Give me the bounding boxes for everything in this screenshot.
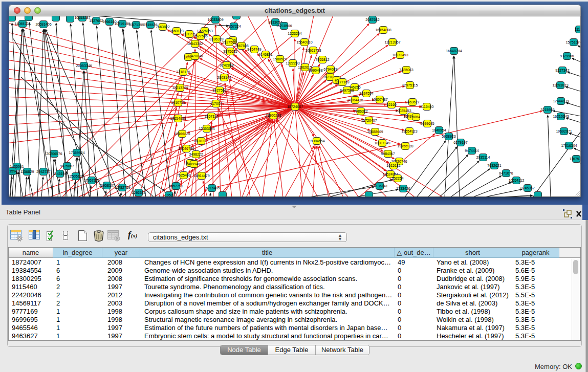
svg-text:3215953: 3215953 <box>540 108 554 112</box>
svg-text:2803144: 2803144 <box>217 76 231 79</box>
svg-text:2942737: 2942737 <box>36 170 50 173</box>
svg-text:9329966: 9329966 <box>560 54 574 58</box>
svg-text:7955812: 7955812 <box>315 58 329 61</box>
svg-text:417004: 417004 <box>210 102 222 105</box>
svg-text:9474444: 9474444 <box>465 149 478 152</box>
svg-text:2718176: 2718176 <box>176 70 190 74</box>
svg-text:10046786: 10046786 <box>178 147 194 150</box>
svg-text:16914479: 16914479 <box>193 174 209 178</box>
svg-text:14136141: 14136141 <box>372 184 387 188</box>
svg-text:19166825: 19166825 <box>174 132 190 136</box>
svg-text:16033809: 16033809 <box>207 18 223 21</box>
svg-text:12975115: 12975115 <box>402 83 418 87</box>
svg-text:12353594: 12353594 <box>199 127 214 130</box>
svg-text:20691406: 20691406 <box>35 23 51 26</box>
svg-text:19692971: 19692971 <box>556 129 572 133</box>
svg-text:6379197: 6379197 <box>453 141 467 144</box>
svg-text:22420046: 22420046 <box>187 54 203 58</box>
svg-text:20053346: 20053346 <box>76 64 92 68</box>
svg-text:14099489: 14099489 <box>186 162 202 166</box>
svg-text:1052: 1052 <box>165 193 173 196</box>
svg-text:2867608: 2867608 <box>234 44 248 48</box>
svg-text:10654112: 10654112 <box>509 179 525 182</box>
svg-text:62160: 62160 <box>386 103 397 106</box>
svg-text:252254: 252254 <box>391 177 403 180</box>
svg-text:12213967: 12213967 <box>384 40 400 44</box>
svg-text:19756928: 19756928 <box>397 144 413 148</box>
svg-text:10025453: 10025453 <box>395 109 411 113</box>
svg-text:7485063: 7485063 <box>399 68 413 72</box>
svg-text:12444139: 12444139 <box>553 99 569 103</box>
svg-text:19654923: 19654923 <box>401 129 417 133</box>
svg-text:3624554: 3624554 <box>359 92 373 95</box>
svg-text:7632621: 7632621 <box>487 164 501 167</box>
svg-text:1640954: 1640954 <box>432 128 446 132</box>
svg-text:15640910: 15640910 <box>296 40 312 44</box>
svg-text:2087682: 2087682 <box>365 18 379 21</box>
svg-text:9527506: 9527506 <box>193 34 207 38</box>
svg-text:1156829: 1156829 <box>20 170 34 173</box>
svg-text:12093873: 12093873 <box>552 83 568 87</box>
svg-text:16210643: 16210643 <box>553 115 569 118</box>
svg-text:8660123: 8660123 <box>169 29 183 33</box>
svg-text:10961758: 10961758 <box>305 49 321 52</box>
svg-text:19218506: 19218506 <box>276 24 292 28</box>
svg-text:1615132: 1615132 <box>386 164 400 167</box>
svg-text:1167533: 1167533 <box>570 157 580 161</box>
svg-text:10973493: 10973493 <box>392 53 408 57</box>
svg-text:7857224: 7857224 <box>227 25 241 28</box>
svg-text:17359924: 17359924 <box>69 151 84 155</box>
svg-text:9146821: 9146821 <box>258 53 272 56</box>
svg-text:1323254: 1323254 <box>288 32 301 35</box>
svg-text:2935114: 2935114 <box>476 156 490 159</box>
svg-text:9227342: 9227342 <box>555 69 569 72</box>
svg-text:5864: 5864 <box>412 115 420 119</box>
svg-text:16154808: 16154808 <box>375 28 391 32</box>
svg-text:8678332: 8678332 <box>194 139 208 143</box>
svg-text:8471676: 8471676 <box>499 171 513 175</box>
svg-text:7625402: 7625402 <box>177 173 190 177</box>
svg-text:1527602: 1527602 <box>89 19 103 23</box>
svg-text:9245052: 9245052 <box>520 186 534 190</box>
svg-text:9463627: 9463627 <box>405 100 419 104</box>
svg-text:9777169: 9777169 <box>335 80 349 84</box>
svg-text:3498222: 3498222 <box>189 152 203 156</box>
svg-text:13226053: 13226053 <box>197 29 212 33</box>
svg-text:9242848: 9242848 <box>220 63 233 67</box>
svg-text:10653287: 10653287 <box>74 16 90 19</box>
svg-text:1010755: 1010755 <box>171 101 185 104</box>
svg-text:15751074: 15751074 <box>565 40 580 44</box>
svg-text:15716485: 15716485 <box>204 186 220 190</box>
svg-text:9975867: 9975867 <box>60 164 74 168</box>
svg-text:3875685: 3875685 <box>223 50 237 53</box>
svg-text:7663822: 7663822 <box>156 25 169 29</box>
svg-text:5938923: 5938923 <box>442 135 455 138</box>
svg-text:8990448: 8990448 <box>309 69 322 72</box>
svg-text:9115460: 9115460 <box>420 105 434 108</box>
svg-text:14055724: 14055724 <box>14 22 30 26</box>
svg-text:12505135: 12505135 <box>68 174 83 178</box>
svg-text:9857791: 9857791 <box>169 184 183 188</box>
svg-text:17016504: 17016504 <box>561 144 577 147</box>
svg-text:8454749: 8454749 <box>247 48 261 51</box>
svg-text:10671355: 10671355 <box>128 23 144 27</box>
svg-text:1588520: 1588520 <box>273 57 287 61</box>
svg-text:9699695: 9699695 <box>420 122 434 125</box>
svg-text:17957223: 17957223 <box>83 179 99 182</box>
svg-text:12213369: 12213369 <box>172 86 188 90</box>
svg-text:8186328: 8186328 <box>209 37 223 41</box>
svg-text:1145194: 1145194 <box>53 172 67 176</box>
svg-text:8427552: 8427552 <box>212 89 226 92</box>
svg-text:10807487: 10807487 <box>372 98 387 101</box>
svg-text:18724007: 18724007 <box>287 105 303 108</box>
svg-text:10543382: 10543382 <box>187 42 203 46</box>
svg-text:3267110: 3267110 <box>205 115 219 118</box>
svg-text:6794028: 6794028 <box>323 68 337 71</box>
svg-text:7986322: 7986322 <box>354 110 367 113</box>
svg-text:9084067: 9084067 <box>381 152 395 156</box>
svg-text:9527508: 9527508 <box>222 40 236 44</box>
svg-text:25300293: 25300293 <box>265 114 281 117</box>
svg-text:1292348: 1292348 <box>132 191 145 194</box>
svg-text:16782759: 16782759 <box>114 186 130 189</box>
svg-text:10688609: 10688609 <box>367 130 383 134</box>
